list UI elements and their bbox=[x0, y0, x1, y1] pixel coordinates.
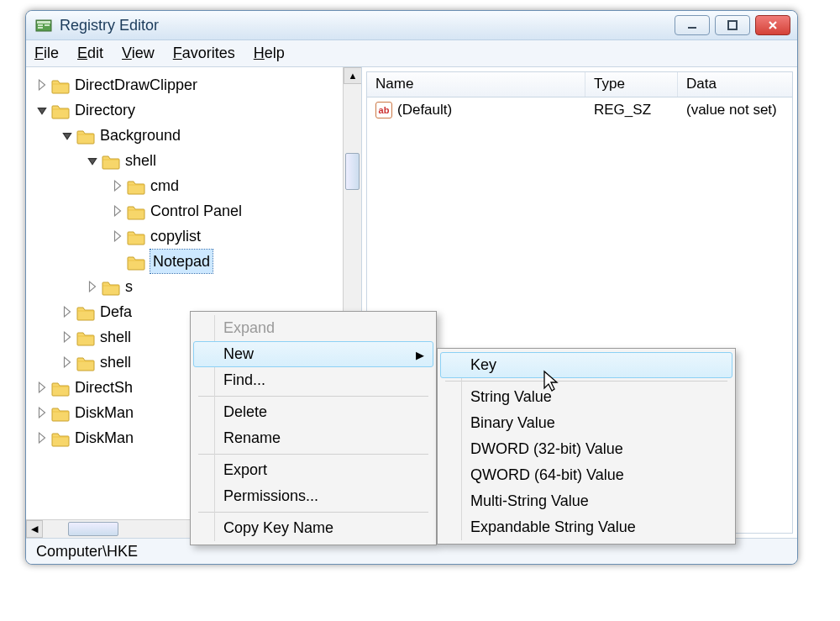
minimize-button[interactable] bbox=[675, 15, 710, 35]
tree-item-label: s bbox=[125, 275, 133, 299]
expand-icon[interactable] bbox=[61, 331, 73, 343]
menu-help[interactable]: Help bbox=[254, 45, 285, 62]
menu-separator bbox=[198, 454, 428, 455]
menu-item-label: Expand bbox=[223, 319, 275, 336]
collapse-icon[interactable] bbox=[36, 104, 48, 116]
scroll-up-button[interactable]: ▲ bbox=[344, 67, 362, 84]
tree-item-label: Notepad bbox=[150, 250, 213, 274]
tree-item[interactable]: DirectDrawClipper bbox=[36, 72, 361, 97]
expand-icon[interactable] bbox=[61, 356, 73, 368]
expand-icon[interactable] bbox=[112, 180, 123, 192]
svg-rect-6 bbox=[728, 21, 737, 29]
titlebar: Registry Editor bbox=[26, 11, 797, 40]
sub-expandable-string-value[interactable]: Expandable String Value bbox=[440, 514, 732, 540]
tree-item[interactable]: s bbox=[36, 274, 361, 299]
menu-file[interactable]: File bbox=[34, 45, 59, 62]
collapse-icon[interactable] bbox=[87, 155, 98, 166]
column-name[interactable]: Name bbox=[367, 72, 585, 97]
svg-rect-1 bbox=[37, 21, 50, 24]
menu-item-label: New bbox=[223, 345, 254, 362]
folder-icon bbox=[127, 229, 145, 244]
folder-icon bbox=[127, 203, 145, 218]
submenu-new: KeyString ValueBinary ValueDWORD (32-bit… bbox=[437, 348, 736, 545]
scroll-left-button[interactable]: ◀ bbox=[26, 520, 43, 538]
list-item[interactable]: ab(Default)REG_SZ(value not set) bbox=[367, 97, 792, 123]
menu-item-label: Delete bbox=[223, 403, 267, 420]
column-type[interactable]: Type bbox=[585, 72, 678, 97]
menu-item-label: Rename bbox=[223, 429, 281, 446]
menu-item-label: DWORD (32-bit) Value bbox=[470, 440, 623, 457]
tree-item-label: Directory bbox=[75, 98, 135, 123]
hscroll-thumb[interactable] bbox=[68, 522, 118, 536]
expand-icon[interactable] bbox=[36, 407, 48, 418]
menu-item-label: Key bbox=[470, 356, 496, 373]
menu-separator bbox=[198, 512, 428, 513]
tree-item[interactable]: Control Panel bbox=[36, 198, 361, 224]
ctx-find-[interactable]: Find... bbox=[193, 367, 433, 393]
tree-item-label: shell bbox=[100, 350, 131, 375]
ctx-export[interactable]: Export bbox=[193, 457, 433, 483]
menu-favorites[interactable]: Favorites bbox=[173, 45, 235, 62]
collapse-icon[interactable] bbox=[61, 129, 73, 141]
expand-icon[interactable] bbox=[87, 281, 98, 292]
menu-separator bbox=[198, 396, 428, 397]
tree-item-label: DiskMan bbox=[75, 401, 134, 425]
window-title: Registry Editor bbox=[60, 17, 675, 34]
expand-icon[interactable] bbox=[112, 205, 123, 217]
tree-item[interactable]: Notepad bbox=[36, 249, 361, 274]
menu-item-label: Multi-String Value bbox=[470, 492, 589, 509]
expand-icon[interactable] bbox=[61, 306, 73, 318]
maximize-button[interactable] bbox=[715, 15, 750, 35]
value-name: (Default) bbox=[397, 102, 452, 118]
menu-item-label: Permissions... bbox=[223, 487, 318, 504]
scroll-thumb[interactable] bbox=[345, 153, 360, 190]
svg-rect-5 bbox=[688, 27, 696, 29]
ctx-permissions-[interactable]: Permissions... bbox=[193, 483, 433, 509]
folder-icon bbox=[51, 103, 70, 118]
sub-key[interactable]: Key bbox=[440, 352, 732, 378]
no-expand bbox=[112, 255, 123, 267]
sub-string-value[interactable]: String Value bbox=[440, 384, 732, 410]
ctx-copy-key-name[interactable]: Copy Key Name bbox=[193, 515, 433, 541]
folder-icon bbox=[76, 329, 95, 345]
tree-item[interactable]: shell bbox=[36, 148, 361, 173]
ctx-expand: Expand bbox=[193, 315, 433, 341]
tree-item[interactable]: copylist bbox=[36, 224, 361, 249]
close-button[interactable] bbox=[755, 15, 790, 35]
sub-multi-string-value[interactable]: Multi-String Value bbox=[440, 488, 732, 514]
tree-item[interactable]: Background bbox=[36, 123, 361, 148]
value-data: (value not set) bbox=[678, 102, 785, 118]
context-menu: ExpandNew▶Find...DeleteRenameExportPermi… bbox=[190, 311, 437, 545]
expand-icon[interactable] bbox=[36, 382, 48, 393]
ctx-rename[interactable]: Rename bbox=[193, 425, 433, 451]
tree-item[interactable]: Directory bbox=[36, 97, 361, 123]
sub-dword-32-bit-value[interactable]: DWORD (32-bit) Value bbox=[440, 436, 732, 462]
tree-item[interactable]: cmd bbox=[36, 173, 361, 198]
folder-icon bbox=[51, 77, 70, 92]
ctx-new[interactable]: New▶ bbox=[193, 341, 433, 367]
expand-icon[interactable] bbox=[36, 432, 48, 444]
sub-binary-value[interactable]: Binary Value bbox=[440, 410, 732, 436]
menu-view[interactable]: View bbox=[122, 45, 155, 62]
menu-item-label: Export bbox=[223, 461, 267, 478]
list-rows: ab(Default)REG_SZ(value not set) bbox=[367, 97, 792, 123]
menu-item-label: QWORD (64-bit) Value bbox=[470, 466, 624, 483]
column-data[interactable]: Data bbox=[678, 72, 792, 97]
sub-qword-64-bit-value[interactable]: QWORD (64-bit) Value bbox=[440, 462, 732, 488]
menu-item-label: Find... bbox=[223, 371, 265, 388]
svg-rect-3 bbox=[38, 27, 43, 29]
folder-icon bbox=[51, 405, 70, 420]
tree-item-label: shell bbox=[100, 325, 131, 350]
folder-icon bbox=[76, 304, 95, 319]
list-header: Name Type Data bbox=[367, 72, 792, 97]
window-controls bbox=[675, 15, 790, 35]
tree-item-label: copylist bbox=[150, 224, 201, 249]
expand-icon[interactable] bbox=[36, 79, 48, 91]
folder-icon bbox=[51, 380, 70, 395]
expand-icon[interactable] bbox=[112, 230, 123, 242]
menu-edit[interactable]: Edit bbox=[77, 45, 103, 62]
ctx-delete[interactable]: Delete bbox=[193, 399, 433, 425]
menu-item-label: Copy Key Name bbox=[223, 519, 333, 536]
tree-item-label: cmd bbox=[150, 174, 179, 198]
folder-icon bbox=[127, 178, 145, 193]
